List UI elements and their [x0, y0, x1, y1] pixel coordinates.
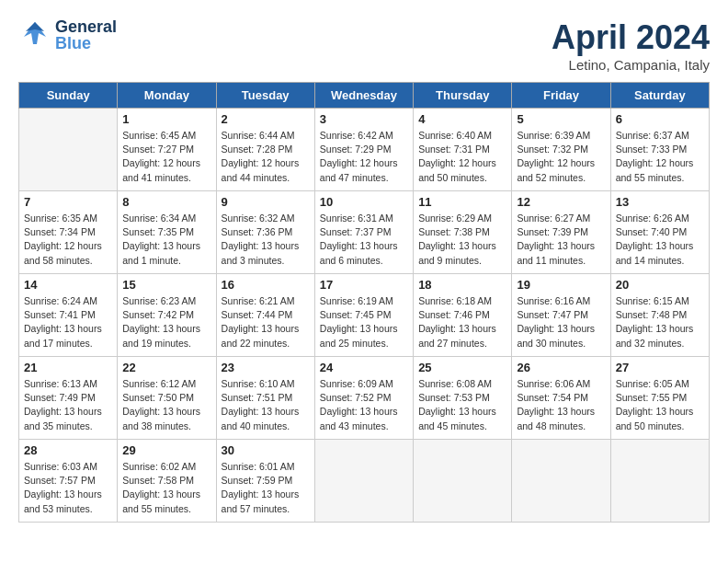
header-tuesday: Tuesday	[216, 83, 314, 109]
day-number: 4	[418, 112, 506, 126]
day-number: 29	[122, 443, 210, 457]
day-number: 1	[122, 112, 210, 126]
day-number: 16	[222, 278, 310, 292]
day-info: Sunrise: 6:35 AMSunset: 7:34 PMDaylight:…	[24, 212, 112, 268]
day-number: 25	[418, 361, 506, 374]
day-info: Sunrise: 6:18 AMSunset: 7:46 PMDaylight:…	[418, 294, 506, 350]
week-row-1: 1Sunrise: 6:45 AMSunset: 7:27 PMDaylight…	[19, 109, 710, 191]
day-cell: 9Sunrise: 6:32 AMSunset: 7:36 PMDaylight…	[216, 191, 314, 274]
title-block: April 2024 Letino, Campania, Italy	[552, 18, 710, 73]
day-number: 21	[24, 361, 112, 374]
day-number: 8	[122, 195, 210, 209]
day-info: Sunrise: 6:06 AMSunset: 7:54 PMDaylight:…	[517, 377, 605, 433]
day-cell: 21Sunrise: 6:13 AMSunset: 7:49 PMDayligh…	[19, 357, 118, 440]
day-number: 12	[517, 195, 605, 209]
day-info: Sunrise: 6:19 AMSunset: 7:45 PMDaylight:…	[320, 294, 408, 350]
month-title: April 2024	[552, 18, 710, 57]
logo: General Blue	[18, 18, 117, 52]
page-header: General Blue April 2024 Letino, Campania…	[18, 18, 710, 73]
day-cell: 14Sunrise: 6:24 AMSunset: 7:41 PMDayligh…	[19, 274, 118, 357]
day-number: 20	[616, 278, 704, 292]
day-info: Sunrise: 6:01 AMSunset: 7:59 PMDaylight:…	[222, 460, 310, 516]
day-info: Sunrise: 6:15 AMSunset: 7:48 PMDaylight:…	[616, 294, 704, 350]
week-row-4: 21Sunrise: 6:13 AMSunset: 7:49 PMDayligh…	[19, 357, 710, 440]
day-number: 6	[616, 112, 704, 126]
day-cell: 23Sunrise: 6:10 AMSunset: 7:51 PMDayligh…	[216, 357, 314, 440]
day-cell: 7Sunrise: 6:35 AMSunset: 7:34 PMDaylight…	[19, 191, 118, 274]
day-info: Sunrise: 6:40 AMSunset: 7:31 PMDaylight:…	[418, 129, 506, 185]
logo-bird-icon	[18, 18, 51, 52]
day-number: 11	[418, 195, 506, 209]
day-info: Sunrise: 6:10 AMSunset: 7:51 PMDaylight:…	[222, 377, 310, 433]
day-info: Sunrise: 6:34 AMSunset: 7:35 PMDaylight:…	[122, 212, 210, 268]
day-cell	[314, 440, 413, 523]
day-info: Sunrise: 6:21 AMSunset: 7:44 PMDaylight:…	[222, 294, 310, 350]
day-info: Sunrise: 6:08 AMSunset: 7:53 PMDaylight:…	[418, 377, 506, 433]
day-info: Sunrise: 6:45 AMSunset: 7:27 PMDaylight:…	[122, 129, 210, 185]
logo-blue: Blue	[55, 35, 117, 52]
day-info: Sunrise: 6:16 AMSunset: 7:47 PMDaylight:…	[517, 294, 605, 350]
day-info: Sunrise: 6:37 AMSunset: 7:33 PMDaylight:…	[616, 129, 704, 185]
day-number: 10	[320, 195, 408, 209]
weekday-header-row: Sunday Monday Tuesday Wednesday Thursday…	[19, 83, 710, 109]
header-thursday: Thursday	[414, 83, 512, 109]
day-info: Sunrise: 6:05 AMSunset: 7:55 PMDaylight:…	[616, 377, 704, 433]
day-cell: 22Sunrise: 6:12 AMSunset: 7:50 PMDayligh…	[118, 357, 216, 440]
day-number: 14	[24, 278, 112, 292]
day-cell: 20Sunrise: 6:15 AMSunset: 7:48 PMDayligh…	[610, 274, 709, 357]
day-info: Sunrise: 6:32 AMSunset: 7:36 PMDaylight:…	[222, 212, 310, 268]
day-info: Sunrise: 6:09 AMSunset: 7:52 PMDaylight:…	[320, 377, 408, 433]
day-number: 3	[320, 112, 408, 126]
location: Letino, Campania, Italy	[552, 57, 710, 73]
day-cell: 10Sunrise: 6:31 AMSunset: 7:37 PMDayligh…	[314, 191, 413, 274]
day-info: Sunrise: 6:44 AMSunset: 7:28 PMDaylight:…	[222, 129, 310, 185]
day-info: Sunrise: 6:24 AMSunset: 7:41 PMDaylight:…	[24, 294, 112, 350]
day-cell	[414, 440, 512, 523]
day-number: 23	[222, 361, 310, 374]
day-cell: 12Sunrise: 6:27 AMSunset: 7:39 PMDayligh…	[512, 191, 610, 274]
week-row-2: 7Sunrise: 6:35 AMSunset: 7:34 PMDaylight…	[19, 191, 710, 274]
day-cell: 25Sunrise: 6:08 AMSunset: 7:53 PMDayligh…	[414, 357, 512, 440]
day-cell: 24Sunrise: 6:09 AMSunset: 7:52 PMDayligh…	[314, 357, 413, 440]
day-cell: 29Sunrise: 6:02 AMSunset: 7:58 PMDayligh…	[118, 440, 216, 523]
day-info: Sunrise: 6:13 AMSunset: 7:49 PMDaylight:…	[24, 377, 112, 433]
week-row-3: 14Sunrise: 6:24 AMSunset: 7:41 PMDayligh…	[19, 274, 710, 357]
day-number: 30	[222, 443, 310, 457]
week-row-5: 28Sunrise: 6:03 AMSunset: 7:57 PMDayligh…	[19, 440, 710, 523]
day-cell: 17Sunrise: 6:19 AMSunset: 7:45 PMDayligh…	[314, 274, 413, 357]
day-cell	[610, 440, 709, 523]
day-info: Sunrise: 6:23 AMSunset: 7:42 PMDaylight:…	[122, 294, 210, 350]
day-number: 18	[418, 278, 506, 292]
day-number: 24	[320, 361, 408, 374]
day-number: 9	[222, 195, 310, 209]
day-cell: 2Sunrise: 6:44 AMSunset: 7:28 PMDaylight…	[216, 109, 314, 191]
day-cell: 30Sunrise: 6:01 AMSunset: 7:59 PMDayligh…	[216, 440, 314, 523]
day-number: 22	[122, 361, 210, 374]
day-cell: 8Sunrise: 6:34 AMSunset: 7:35 PMDaylight…	[118, 191, 216, 274]
day-number: 26	[517, 361, 605, 374]
day-number: 13	[616, 195, 704, 209]
day-number: 27	[616, 361, 704, 374]
day-cell: 3Sunrise: 6:42 AMSunset: 7:29 PMDaylight…	[314, 109, 413, 191]
day-info: Sunrise: 6:31 AMSunset: 7:37 PMDaylight:…	[320, 212, 408, 268]
day-cell: 15Sunrise: 6:23 AMSunset: 7:42 PMDayligh…	[118, 274, 216, 357]
day-cell: 28Sunrise: 6:03 AMSunset: 7:57 PMDayligh…	[19, 440, 118, 523]
day-cell: 11Sunrise: 6:29 AMSunset: 7:38 PMDayligh…	[414, 191, 512, 274]
logo-general: General	[55, 18, 117, 35]
day-cell: 26Sunrise: 6:06 AMSunset: 7:54 PMDayligh…	[512, 357, 610, 440]
day-info: Sunrise: 6:03 AMSunset: 7:57 PMDaylight:…	[24, 460, 112, 516]
day-info: Sunrise: 6:29 AMSunset: 7:38 PMDaylight:…	[418, 212, 506, 268]
header-friday: Friday	[512, 83, 610, 109]
day-cell	[512, 440, 610, 523]
day-info: Sunrise: 6:02 AMSunset: 7:58 PMDaylight:…	[122, 460, 210, 516]
day-cell: 6Sunrise: 6:37 AMSunset: 7:33 PMDaylight…	[610, 109, 709, 191]
day-info: Sunrise: 6:42 AMSunset: 7:29 PMDaylight:…	[320, 129, 408, 185]
day-number: 17	[320, 278, 408, 292]
day-number: 7	[24, 195, 112, 209]
header-wednesday: Wednesday	[314, 83, 413, 109]
day-cell: 19Sunrise: 6:16 AMSunset: 7:47 PMDayligh…	[512, 274, 610, 357]
day-cell: 18Sunrise: 6:18 AMSunset: 7:46 PMDayligh…	[414, 274, 512, 357]
day-cell: 16Sunrise: 6:21 AMSunset: 7:44 PMDayligh…	[216, 274, 314, 357]
day-info: Sunrise: 6:26 AMSunset: 7:40 PMDaylight:…	[616, 212, 704, 268]
day-number: 15	[122, 278, 210, 292]
